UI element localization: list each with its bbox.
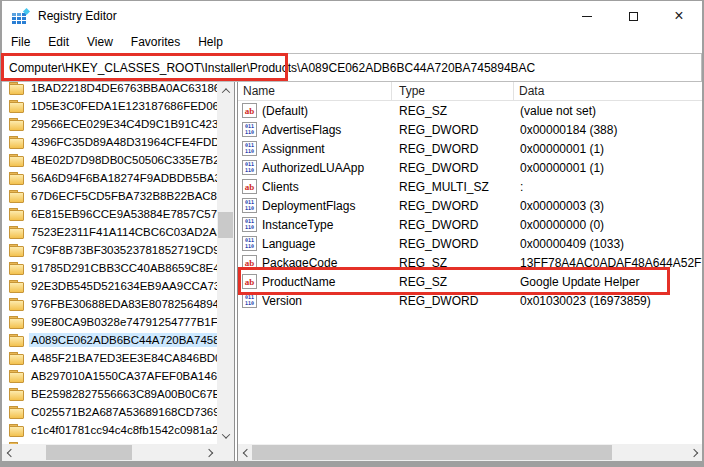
- menu-item-favorites[interactable]: Favorites: [122, 33, 189, 51]
- tree-vscroll-thumb[interactable]: [218, 212, 233, 238]
- tree-key-item[interactable]: 976FBE30688EDA83E807825648947F: [2, 295, 217, 313]
- reg-dword-icon: [242, 122, 257, 137]
- tree-key-item[interactable]: BE25982827556663C89A00B0C67E39: [2, 385, 217, 403]
- value-data: 0x00000003 (3): [514, 199, 702, 213]
- value-name: DeploymentFlags: [262, 199, 392, 213]
- chevron-left-icon: [242, 448, 250, 456]
- folder-icon: [9, 190, 24, 203]
- reg-sz-icon: [242, 274, 257, 289]
- value-name: Clients: [262, 180, 392, 194]
- reg-sz-icon: [242, 179, 257, 194]
- menu-item-file[interactable]: File: [2, 33, 39, 51]
- address-bar-input[interactable]: Computer\HKEY_CLASSES_ROOT\Installer\Pro…: [2, 53, 702, 82]
- window-controls: ×: [564, 1, 702, 31]
- registry-value-row[interactable]: AuthorizedLUAApp REG_DWORD 0x00000001 (1…: [238, 158, 702, 177]
- folder-icon: [9, 298, 24, 311]
- folder-icon: [9, 262, 24, 275]
- tree-key-label: 56A6D94F6BA18274F9ADBDB5BA36: [29, 171, 217, 185]
- registry-editor-window: Registry Editor × File Edit View Favorit…: [2, 1, 702, 461]
- tree-key-item[interactable]: AB297010A1550CA37AFEF0BA14653: [2, 367, 217, 385]
- folder-icon: [9, 154, 24, 167]
- registry-value-row[interactable]: Clients REG_MULTI_SZ :: [238, 177, 702, 196]
- scroll-right-button[interactable]: [685, 444, 702, 461]
- reg-dword-icon: [242, 198, 257, 213]
- value-type: REG_DWORD: [392, 218, 514, 232]
- tree-key-item[interactable]: 1D5E3C0FEDA1E123187686FED06E9: [2, 97, 217, 115]
- folder-icon: [9, 172, 24, 185]
- tree-key-label: C025571B2A687A53689168CD73698: [29, 405, 217, 419]
- folder-icon: [9, 208, 24, 221]
- menu-item-edit[interactable]: Edit: [39, 33, 78, 51]
- address-bar: Computer\HKEY_CLASSES_ROOT\Installer\Pro…: [2, 53, 702, 82]
- tree-key-item[interactable]: 6E815EB96CCE9A53884E7857C5700: [2, 205, 217, 223]
- scroll-up-button[interactable]: [217, 82, 234, 99]
- value-type: REG_DWORD: [392, 161, 514, 175]
- tree-key-item[interactable]: 4396FC35D89A48D31964CFE4FDD36: [2, 133, 217, 151]
- tree-horizontal-scrollbar[interactable]: [2, 444, 217, 461]
- menu-item-view[interactable]: View: [78, 33, 122, 51]
- registry-value-row[interactable]: ProductName REG_SZ Google Update Helper: [238, 272, 702, 291]
- tree-key-item[interactable]: 7C9F8B73BF303523781852719CD9C: [2, 241, 217, 259]
- tree-key-label: A485F21BA7ED3EE3E84CA846BD0C: [29, 351, 217, 365]
- tree-key-item[interactable]: 99E80CA9B0328e74791254777B1F42: [2, 313, 217, 331]
- maximize-icon: [629, 12, 638, 21]
- registry-value-row[interactable]: PackageCode REG_SZ 13FF78A4AC0ADAF48A644…: [238, 253, 702, 272]
- values-hscroll-thumb[interactable]: [252, 445, 612, 460]
- tree-key-item[interactable]: 29566ECE029E34C4D9C1B91C4238C: [2, 115, 217, 133]
- registry-value-row[interactable]: Version REG_DWORD 0x01030023 (16973859): [238, 291, 702, 310]
- values-panel: Name Type Data (Default) REG_SZ (value n…: [237, 82, 702, 461]
- folder-icon: [9, 136, 24, 149]
- folder-icon: [9, 226, 24, 239]
- chevron-right-icon: [689, 448, 697, 456]
- registry-value-row[interactable]: Language REG_DWORD 0x00000409 (1033): [238, 234, 702, 253]
- tree-key-item[interactable]: C025571B2A687A53689168CD73698: [2, 403, 217, 421]
- scrollbar-corner: [217, 444, 234, 461]
- reg-dword-icon: [242, 217, 257, 232]
- tree-hscroll-thumb[interactable]: [46, 445, 132, 460]
- value-name: Version: [262, 294, 392, 308]
- tree-vertical-scrollbar[interactable]: [217, 82, 234, 444]
- tree-key-item[interactable]: 56A6D94F6BA18274F9ADBDB5BA36: [2, 169, 217, 187]
- column-header-type[interactable]: Type: [392, 82, 514, 100]
- column-header-name[interactable]: Name: [238, 82, 392, 100]
- folder-icon: [9, 100, 24, 113]
- registry-value-row[interactable]: AdvertiseFlags REG_DWORD 0x00000184 (388…: [238, 120, 702, 139]
- scroll-right-button[interactable]: [200, 444, 217, 461]
- menu-item-help[interactable]: Help: [189, 33, 232, 51]
- tree-key-label: 7523E2311F41A114CBC6C03AD2A3: [29, 225, 217, 239]
- tree-key-label: 1BAD2218D4DE6763BBA0AC631869: [29, 82, 217, 95]
- registry-value-row[interactable]: InstanceType REG_DWORD 0x00000000 (0): [238, 215, 702, 234]
- tree-list: 1BAD2218D4DE6763BBA0AC631869 1D5E3C0FEDA…: [2, 82, 217, 444]
- tree-key-item[interactable]: 4BE02D7D98DB0C50506C335E7B268: [2, 151, 217, 169]
- registry-value-row[interactable]: (Default) REG_SZ (value not set): [238, 101, 702, 120]
- tree-key-item[interactable]: 92E3DB545D521634EB9AA9CCA73E: [2, 277, 217, 295]
- registry-value-row[interactable]: Assignment REG_DWORD 0x00000001 (1): [238, 139, 702, 158]
- tree-key-item[interactable]: A089CE062ADB6BC44A720BA74589: [2, 331, 217, 349]
- minimize-button[interactable]: [564, 1, 610, 31]
- value-name: Language: [262, 237, 392, 251]
- column-header-data[interactable]: Data: [514, 82, 702, 100]
- tree-key-item[interactable]: 1BAD2218D4DE6763BBA0AC631869: [2, 82, 217, 97]
- tree-key-item[interactable]: c1c4f01781cc94c4c8fb1542c0981a2: [2, 421, 217, 439]
- scroll-down-button[interactable]: [217, 427, 234, 444]
- tree-key-item[interactable]: A485F21BA7ED3EE3E84CA846BD0C: [2, 349, 217, 367]
- value-name: InstanceType: [262, 218, 392, 232]
- close-button[interactable]: ×: [656, 1, 702, 31]
- value-data: Google Update Helper: [514, 275, 702, 289]
- tree-key-label: 6E815EB96CCE9A53884E7857C5700: [29, 207, 217, 221]
- value-name: Assignment: [262, 142, 392, 156]
- tree-key-label: 1D5E3C0FEDA1E123187686FED06E9: [29, 99, 217, 113]
- value-data: 0x00000001 (1): [514, 142, 702, 156]
- reg-dword-icon: [242, 141, 257, 156]
- tree-key-item[interactable]: 91785D291CBB3CC40AB8659C8E48: [2, 259, 217, 277]
- folder-icon: [9, 280, 24, 293]
- scroll-left-button[interactable]: [2, 444, 19, 461]
- tree-key-item[interactable]: 7523E2311F41A114CBC6C03AD2A3: [2, 223, 217, 241]
- tree-viewport: 1BAD2218D4DE6763BBA0AC631869 1D5E3C0FEDA…: [2, 82, 217, 444]
- tree-key-label: BE25982827556663C89A00B0C67E39: [29, 387, 217, 401]
- tree-key-item[interactable]: 67D6ECF5CD5FBA732B8B22BAC8DE: [2, 187, 217, 205]
- values-horizontal-scrollbar[interactable]: [238, 444, 702, 461]
- maximize-button[interactable]: [610, 1, 656, 31]
- tree-key-label: c1c4f01781cc94c4c8fb1542c0981a2: [29, 423, 217, 437]
- registry-value-row[interactable]: DeploymentFlags REG_DWORD 0x00000003 (3): [238, 196, 702, 215]
